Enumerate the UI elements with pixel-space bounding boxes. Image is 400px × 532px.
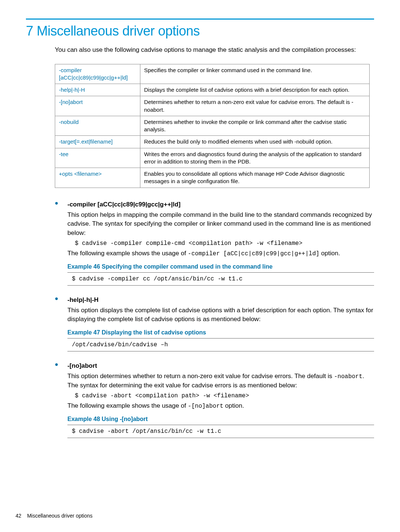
bullet-icon: • xyxy=(55,360,67,369)
table-row: -target[=.ext|filename]Reduces the build… xyxy=(55,136,370,148)
section-body: This option determines whether to return… xyxy=(67,372,374,390)
desc-cell: Enables you to consolidate all options w… xyxy=(140,168,370,188)
text-frag: This option determines whether to return… xyxy=(67,373,334,380)
text-frag: The following example shows the usage of xyxy=(67,402,188,409)
table-row: -[no]abortDetermines whether to return a… xyxy=(55,96,370,116)
desc-cell: Determines whether to return a non-zero … xyxy=(140,96,370,116)
top-rule xyxy=(26,18,374,20)
intro-text: You can also use the following cadvise o… xyxy=(55,46,374,55)
text-frag: option. xyxy=(319,250,340,257)
example-heading: Example 47 Displaying the list of cadvis… xyxy=(67,329,374,336)
table-row: -nobuildDetermines whether to invoke the… xyxy=(55,116,370,136)
example-code: /opt/cadvise/bin/cadvise –h xyxy=(67,338,374,351)
opt-cell: -help|-h|-H xyxy=(55,84,140,96)
desc-cell: Writes the errors and diagnostics found … xyxy=(140,148,370,168)
example-heading: Example 48 Using -[no]abort xyxy=(67,416,374,422)
section-compiler: • -compiler [aCC|cc|c89|c99|gcc|g++|ld] … xyxy=(55,198,374,286)
page-heading: 7 Miscellaneous driver options xyxy=(26,23,374,39)
section-body: This option displays the complete list o… xyxy=(67,306,374,324)
desc-cell: Determines whether to invoke the compile… xyxy=(140,116,370,136)
desc-cell: Displays the complete list of cadvise op… xyxy=(140,84,370,96)
bullet-icon: • xyxy=(55,294,67,303)
opt-cell: -compiler [aCC|cc|c89|c99|gcc|g++|ld] xyxy=(55,64,140,84)
opt-cell: -nobuild xyxy=(55,116,140,136)
inline-code: -compiler [aCC|cc|c89|c99|gcc|g++|ld] xyxy=(188,250,319,257)
options-table: -compiler [aCC|cc|c89|c99|gcc|g++|ld]Spe… xyxy=(55,64,370,188)
example-code: $ cadvise -abort /opt/ansic/bin/cc -w t1… xyxy=(67,425,374,438)
opt-cell: -[no]abort xyxy=(55,96,140,116)
opt-cell: +opts <filename> xyxy=(55,168,140,188)
table-row: +opts <filename>Enables you to consolida… xyxy=(55,168,370,188)
page-footer: 42 Miscellaneous driver options xyxy=(16,513,93,519)
inline-code: -noabort xyxy=(334,373,363,380)
section-body-2: The following example shows the usage of… xyxy=(67,401,374,411)
section-title: -help|-h|-H xyxy=(67,296,99,304)
example-code: $ cadvise -compiler cc /opt/ansic/bin/cc… xyxy=(67,272,374,286)
inline-code: -[no]abort xyxy=(188,403,223,410)
section-title: -compiler [aCC|cc|c89|c99|gcc|g++|ld] xyxy=(67,201,180,208)
text-frag: The following example shows the usage of xyxy=(67,250,188,257)
code-syntax: $ cadvise -abort <compilation path> -w <… xyxy=(75,393,374,399)
bullet-icon: • xyxy=(55,198,67,208)
example-heading: Example 46 Specifying the compiler comma… xyxy=(67,263,374,270)
desc-cell: Specifies the compiler or linker command… xyxy=(140,64,370,84)
section-body: This option helps in mapping the compile… xyxy=(67,211,374,238)
page-number: 42 xyxy=(16,513,21,519)
section-noabort: • -[no]abort This option determines whet… xyxy=(55,360,374,438)
desc-cell: Reduces the build only to modified eleme… xyxy=(140,136,370,148)
code-syntax: $ cadvise -compiler compile-cmd <compila… xyxy=(75,240,374,247)
table-row: -teeWrites the errors and diagnostics fo… xyxy=(55,148,370,168)
table-row: -help|-h|-HDisplays the complete list of… xyxy=(55,84,370,96)
footer-label: Miscellaneous driver options xyxy=(27,513,93,519)
section-help: • -help|-h|-H This option displays the c… xyxy=(55,294,374,351)
opt-cell: -tee xyxy=(55,148,140,168)
table-row: -compiler [aCC|cc|c89|c99|gcc|g++|ld]Spe… xyxy=(55,64,370,84)
section-body-2: The following example shows the usage of… xyxy=(67,249,374,258)
section-title: -[no]abort xyxy=(67,362,97,370)
opt-cell: -target[=.ext|filename] xyxy=(55,136,140,148)
text-frag: option. xyxy=(223,402,244,409)
